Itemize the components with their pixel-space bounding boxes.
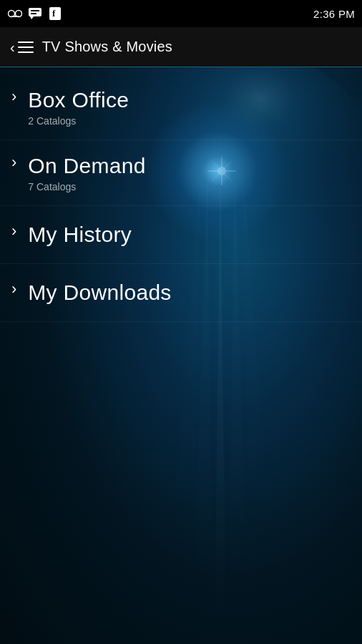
box-office-subtitle: 2 Catalogs (28, 115, 129, 127)
my-downloads-content: My Downloads (28, 280, 171, 306)
my-history-content: My History (28, 222, 132, 248)
svg-rect-3 (29, 8, 41, 16)
chevron-icon: › (11, 223, 16, 239)
on-demand-subtitle: 7 Catalogs (28, 181, 145, 192)
menu-item-my-history[interactable]: › My History (0, 206, 362, 264)
status-time: 2:36 PM (313, 8, 355, 20)
status-icons-left: f (7, 7, 63, 20)
svg-rect-2 (11, 16, 19, 17)
chevron-icon: › (11, 155, 16, 170)
menu-item-box-office[interactable]: › Box Office 2 Catalogs (0, 74, 362, 140)
chevron-icon: › (11, 281, 16, 297)
back-arrow-icon[interactable]: ‹ (10, 40, 15, 54)
chat-icon (27, 7, 43, 20)
svg-rect-6 (31, 13, 36, 14)
on-demand-content: On Demand 7 Catalogs (28, 153, 145, 192)
my-history-title: My History (28, 222, 132, 248)
facebook-icon: f (47, 7, 63, 20)
hamburger-menu-icon[interactable] (18, 42, 34, 53)
svg-text:f: f (52, 8, 56, 19)
menu-list: › Box Office 2 Catalogs › On Demand 7 Ca… (0, 67, 362, 322)
box-office-title: Box Office (28, 87, 129, 113)
menu-item-my-downloads[interactable]: › My Downloads (0, 264, 362, 322)
status-bar: f 2:36 PM (0, 0, 362, 27)
app-bar-title: TV Shows & Movies (42, 39, 172, 55)
on-demand-title: On Demand (28, 153, 145, 179)
voicemail-icon (7, 7, 23, 20)
box-office-content: Box Office 2 Catalogs (28, 87, 129, 127)
svg-marker-4 (30, 16, 34, 19)
app-bar: ‹ TV Shows & Movies (0, 27, 362, 67)
svg-rect-5 (31, 10, 39, 11)
chevron-icon: › (11, 89, 16, 104)
main-content: › Box Office 2 Catalogs › On Demand 7 Ca… (0, 67, 362, 644)
menu-item-on-demand[interactable]: › On Demand 7 Catalogs (0, 140, 362, 206)
my-downloads-title: My Downloads (28, 280, 171, 306)
